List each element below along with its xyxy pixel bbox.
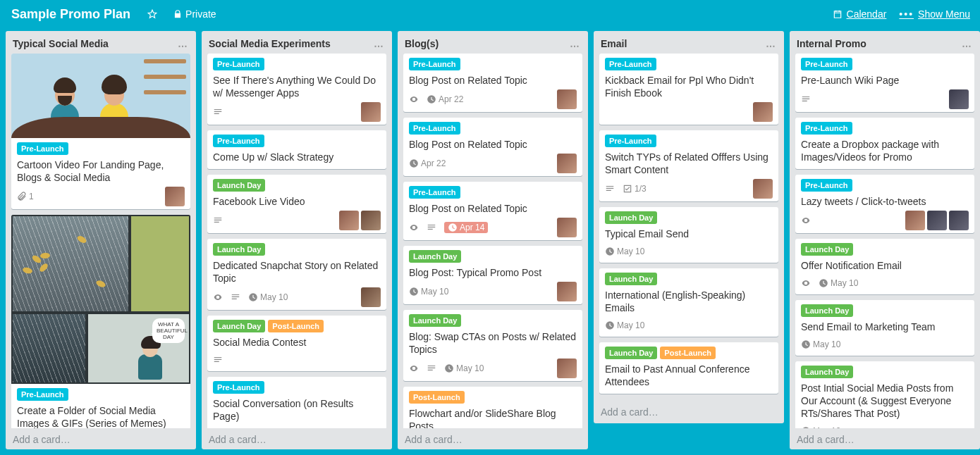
member-avatar[interactable] (339, 211, 359, 230)
label-postlaunch: Post-Launch (660, 347, 716, 359)
card[interactable]: Pre-LaunchSee If There's Anything We Cou… (207, 54, 386, 125)
add-card-button[interactable]: Add a card… (790, 428, 980, 451)
member-avatar[interactable] (165, 187, 185, 206)
card-title: Flowchart and/or SlideShare Blog Posts (409, 407, 577, 428)
card[interactable]: Launch DayPost Intial Social Media Posts… (795, 361, 974, 428)
card[interactable]: Pre-LaunchSocial Conversation (on Result… (207, 377, 386, 428)
card-members (555, 218, 577, 237)
list-header[interactable]: Social Media Experiments… (202, 31, 392, 54)
member-avatar[interactable] (557, 218, 577, 237)
card[interactable]: Launch DayBlog: Swap CTAs on Posts w/ Re… (403, 310, 582, 381)
card-title: Email to Past Annual Conference Attendee… (605, 363, 773, 388)
badge-clock: May 10 (605, 246, 644, 257)
card[interactable]: Pre-LaunchCome Up w/ Slack Strategy (207, 130, 386, 169)
add-card-button[interactable]: Add a card… (202, 428, 392, 451)
card-members (903, 211, 969, 230)
list-title: Email (601, 38, 627, 49)
card-title: Send Email to Marketing Team (801, 320, 969, 333)
badge-desc (213, 215, 225, 226)
card-title: Blog: Swap CTAs on Posts w/ Related Topi… (409, 330, 577, 356)
card[interactable]: Post-LaunchFlowchart and/or SlideShare B… (403, 387, 582, 428)
list-menu-button[interactable]: … (567, 37, 582, 51)
card-title: Create a Dropbox package with Images/Vid… (801, 138, 969, 163)
card-members (947, 89, 969, 109)
card-title: Blog Post on Related Topic (409, 202, 577, 215)
badge-clock: Apr 22 (409, 158, 446, 169)
board-header: Sample Promo Plan Private Calendar ••• S… (0, 0, 980, 28)
list-menu-button[interactable]: … (763, 37, 778, 51)
member-avatar[interactable] (557, 359, 577, 378)
badge-clock: Apr 22 (427, 94, 463, 105)
list-menu-button[interactable]: … (959, 37, 974, 51)
list-header[interactable]: Email… (594, 31, 784, 54)
star-icon (147, 9, 157, 19)
badge-clock: May 10 (819, 278, 858, 289)
card-members (359, 287, 381, 307)
member-avatar[interactable] (557, 89, 577, 109)
list-menu-button[interactable]: … (371, 37, 386, 51)
badge-clock: May 10 (444, 363, 484, 374)
star-button[interactable] (143, 6, 161, 22)
card[interactable]: Pre-LaunchCartoon Video For Landing Page… (11, 54, 190, 209)
member-avatar[interactable] (361, 211, 381, 230)
list-title: Typical Social Media (13, 38, 109, 49)
card-title: International (English-Speaking) Emails (605, 289, 773, 314)
list-cards: Pre-LaunchBlog Post on Related TopicApr … (398, 54, 588, 428)
card-title: Blog Post on Related Topic (409, 138, 577, 151)
list-menu-button[interactable]: … (175, 37, 190, 51)
member-avatar[interactable] (753, 102, 773, 122)
card-cover: WHAT ABEAUTIFULDAY (11, 215, 190, 384)
card[interactable]: Launch DayInternational (English-Speakin… (599, 268, 778, 337)
card[interactable]: Pre-LaunchCreate a Dropbox package with … (795, 118, 974, 169)
card[interactable]: Pre-LaunchLazy tweets / Click-to-tweets (795, 175, 974, 233)
badge-clock: May 10 (248, 292, 288, 303)
badge-watch (409, 94, 421, 105)
board-title[interactable]: Sample Promo Plan (6, 7, 136, 22)
member-avatar[interactable] (557, 154, 577, 173)
card[interactable]: Pre-LaunchBlog Post on Related TopicApr … (403, 182, 582, 240)
label-launchday: Launch Day (409, 250, 461, 263)
member-avatar[interactable] (557, 282, 577, 301)
card[interactable]: Launch DayOffer Notification EmailMay 10 (795, 239, 974, 294)
member-avatar[interactable] (753, 179, 773, 199)
card[interactable]: Launch DayDedicated Snapchat Story on Re… (207, 239, 386, 310)
label-prelaunch: Pre-Launch (409, 122, 460, 135)
badge-desc (213, 354, 225, 366)
badge-clock: May 10 (801, 425, 840, 428)
card[interactable]: Pre-LaunchKickback Email for Ppl Who Did… (599, 54, 778, 125)
card[interactable]: Pre-LaunchPre-Launch Wiki Page (795, 54, 974, 112)
add-card-button[interactable]: Add a card… (6, 428, 196, 451)
member-avatar[interactable] (927, 211, 947, 230)
member-avatar[interactable] (361, 287, 381, 307)
card[interactable]: Launch DayTypical Email SendMay 10 (599, 207, 778, 263)
label-prelaunch: Pre-Launch (801, 122, 852, 135)
calendar-link[interactable]: Calendar (833, 8, 887, 20)
member-avatar[interactable] (949, 211, 969, 230)
card-members (555, 359, 577, 378)
label-postlaunch: Post-Launch (268, 320, 324, 332)
card[interactable]: Pre-LaunchSwitch TYPs of Related Offfers… (599, 130, 778, 201)
label-launchday: Launch Day (605, 273, 657, 285)
card[interactable]: Pre-LaunchBlog Post on Related TopicApr … (403, 118, 582, 176)
card[interactable]: Launch DayFacebook Live Video (207, 175, 386, 233)
add-card-button[interactable]: Add a card… (594, 401, 784, 423)
card[interactable]: Pre-LaunchBlog Post on Related TopicApr … (403, 54, 582, 112)
list-header[interactable]: Typical Social Media… (6, 31, 196, 54)
show-menu-link[interactable]: ••• Show Menu (899, 8, 970, 20)
label-launchday: Launch Day (213, 320, 265, 332)
card[interactable]: Launch DayPost-LaunchEmail to Past Annua… (599, 342, 778, 394)
member-avatar[interactable] (949, 89, 969, 109)
member-avatar[interactable] (361, 102, 381, 122)
add-card-button[interactable]: Add a card… (398, 428, 588, 451)
card[interactable]: WHAT ABEAUTIFULDAYPre-LaunchCreate a Fol… (11, 215, 190, 428)
privacy-button[interactable]: Private (169, 6, 221, 23)
card-title: Pre-Launch Wiki Page (801, 74, 969, 87)
list-title: Internal Promo (797, 38, 866, 49)
card[interactable]: Launch DayBlog Post: Typical Promo PostM… (403, 246, 582, 304)
card[interactable]: Launch DaySend Email to Marketing TeamMa… (795, 300, 974, 356)
list-header[interactable]: Internal Promo… (790, 31, 980, 54)
member-avatar[interactable] (905, 211, 925, 230)
board-canvas[interactable]: Typical Social Media…Pre-LaunchCartoon V… (0, 28, 980, 455)
card[interactable]: Launch DayPost-LaunchSocial Media Contes… (207, 316, 386, 371)
list-header[interactable]: Blog(s)… (398, 31, 588, 54)
